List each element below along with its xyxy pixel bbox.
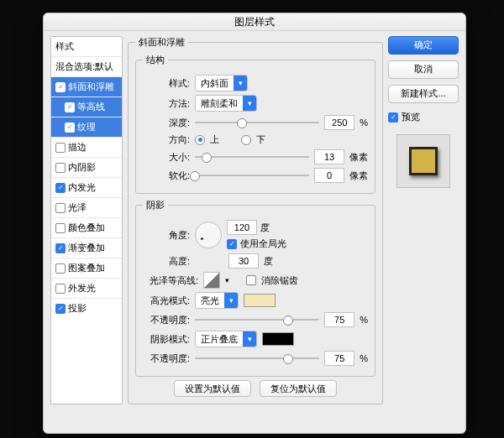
preview-label: 预览	[402, 111, 420, 123]
reset-default-button[interactable]: 复位为默认值	[260, 380, 337, 397]
main-panel: 斜面和浮雕 结构 样式: 内斜面 ▾ 方法:	[128, 36, 383, 404]
direction-label: 方向:	[143, 133, 190, 146]
angle-input[interactable]	[227, 220, 257, 235]
depth-label: 深度:	[143, 117, 190, 129]
sidebar-item-label: 纹理	[77, 121, 96, 133]
preview-chip-icon	[409, 147, 438, 175]
sidebar-item[interactable]: 投影	[51, 298, 122, 318]
sh-opacity-label: 不透明度:	[143, 352, 190, 365]
style-select[interactable]: 内斜面 ▾	[195, 75, 248, 91]
angle-label: 角度:	[143, 229, 190, 242]
checkbox-icon[interactable]	[55, 203, 66, 213]
angle-dial[interactable]	[195, 222, 222, 248]
chevron-down-icon: ▾	[224, 293, 238, 308]
preview-checkbox[interactable]	[388, 112, 398, 123]
sidebar-item[interactable]: 内发光	[51, 177, 122, 197]
sidebar-header: 样式	[51, 37, 122, 56]
make-default-button[interactable]: 设置为默认值	[174, 380, 251, 397]
altitude-input[interactable]	[228, 253, 259, 269]
sidebar-item-label: 光泽	[68, 201, 87, 214]
method-label: 方法:	[143, 97, 190, 110]
chevron-down-icon: ▾	[234, 76, 247, 91]
gloss-contour-label: 光泽等高线:	[143, 274, 198, 287]
sidebar-item[interactable]: 等高线	[51, 96, 122, 117]
structure-group: 结构 样式: 内斜面 ▾ 方法: 雕刻柔和	[135, 54, 375, 194]
ok-button[interactable]: 确定	[388, 36, 459, 55]
dialog-title: 图层样式	[44, 13, 465, 31]
sidebar-item-label: 投影	[68, 302, 87, 315]
checkbox-icon[interactable]	[55, 243, 66, 253]
shadow-mode-select[interactable]: 正片叠底 ▾	[195, 331, 257, 347]
checkbox-icon[interactable]	[55, 304, 66, 314]
checkbox-icon[interactable]	[55, 82, 66, 92]
gloss-contour-picker[interactable]	[203, 272, 220, 289]
sidebar-item-label: 描边	[68, 141, 87, 154]
sidebar-item[interactable]: 外发光	[51, 278, 122, 298]
highlight-mode-label: 高光模式:	[143, 295, 190, 307]
sidebar-item[interactable]: 混合选项:默认	[51, 56, 122, 76]
soften-input[interactable]	[314, 168, 344, 183]
direction-up-radio[interactable]	[195, 135, 205, 145]
checkbox-icon[interactable]	[55, 163, 66, 173]
sidebar-item-label: 颜色叠加	[68, 222, 105, 234]
sidebar-item-label: 内发光	[68, 181, 96, 194]
sidebar-item[interactable]: 图案叠加	[51, 258, 122, 278]
style-label: 样式:	[143, 77, 190, 90]
soften-slider[interactable]	[195, 169, 309, 181]
hl-opacity-label: 不透明度:	[143, 314, 190, 326]
sidebar-item-label: 等高线	[77, 101, 105, 113]
sidebar-item[interactable]: 描边	[51, 137, 122, 157]
checkbox-icon[interactable]	[55, 183, 66, 193]
sidebar-item-label: 斜面和浮雕	[68, 81, 114, 93]
global-light-checkbox[interactable]	[227, 239, 237, 249]
sidebar-item-label: 渐变叠加	[68, 242, 105, 254]
sh-opacity-input[interactable]	[324, 351, 354, 366]
antialias-checkbox[interactable]	[246, 275, 256, 285]
shadow-color-swatch[interactable]	[262, 332, 294, 346]
checkbox-icon[interactable]	[55, 284, 66, 294]
sidebar-item[interactable]: 颜色叠加	[51, 217, 122, 237]
sidebar-item[interactable]: 斜面和浮雕	[51, 76, 122, 96]
checkbox-icon[interactable]	[55, 263, 66, 274]
checkbox-icon[interactable]	[65, 123, 75, 133]
depth-input[interactable]	[324, 115, 354, 130]
bevel-emboss-group: 斜面和浮雕 结构 样式: 内斜面 ▾ 方法:	[128, 36, 383, 404]
sidebar-item[interactable]: 纹理	[51, 117, 122, 137]
highlight-mode-select[interactable]: 亮光 ▾	[195, 292, 239, 309]
altitude-label: 高度:	[143, 255, 190, 268]
size-input[interactable]	[314, 149, 344, 164]
preview-thumbnail	[396, 134, 450, 188]
shading-group: 阴影 角度: 度 使用全局光	[135, 199, 375, 377]
checkbox-icon[interactable]	[55, 223, 66, 233]
sh-opacity-slider[interactable]	[195, 352, 319, 364]
soften-label: 软化:	[143, 169, 190, 182]
sidebar-item-label: 图案叠加	[68, 262, 105, 274]
size-label: 大小:	[143, 151, 190, 164]
cancel-button[interactable]: 取消	[388, 60, 459, 79]
highlight-color-swatch[interactable]	[244, 294, 276, 307]
style-sidebar: 样式 混合选项:默认斜面和浮雕等高线纹理描边内阴影内发光光泽颜色叠加渐变叠加图案…	[50, 36, 123, 404]
sidebar-item[interactable]: 渐变叠加	[51, 237, 122, 258]
method-select[interactable]: 雕刻柔和 ▾	[195, 95, 257, 112]
group-legend: 斜面和浮雕	[135, 36, 188, 49]
checkbox-icon[interactable]	[55, 143, 66, 153]
sidebar-item-label: 外发光	[68, 282, 96, 295]
hl-opacity-input[interactable]	[324, 312, 354, 327]
sidebar-item-label: 内阴影	[68, 161, 96, 174]
depth-slider[interactable]	[195, 117, 319, 128]
sidebar-item-label: 混合选项:默认	[55, 60, 113, 73]
sidebar-item[interactable]: 内阴影	[51, 157, 122, 177]
direction-down-radio[interactable]	[241, 135, 251, 145]
chevron-down-icon: ▾	[243, 331, 256, 347]
new-style-button[interactable]: 新建样式...	[388, 85, 459, 103]
right-column: 确定 取消 新建样式... 预览	[388, 36, 459, 404]
layer-style-dialog: 图层样式 样式 混合选项:默认斜面和浮雕等高线纹理描边内阴影内发光光泽颜色叠加渐…	[43, 13, 466, 434]
shadow-mode-label: 阴影模式:	[143, 333, 190, 346]
checkbox-icon[interactable]	[65, 102, 75, 112]
hl-opacity-slider[interactable]	[195, 314, 319, 326]
size-slider[interactable]	[195, 151, 309, 163]
chevron-down-icon[interactable]: ▾	[225, 276, 229, 284]
chevron-down-icon: ▾	[243, 96, 256, 111]
sidebar-item[interactable]: 光泽	[51, 197, 122, 217]
